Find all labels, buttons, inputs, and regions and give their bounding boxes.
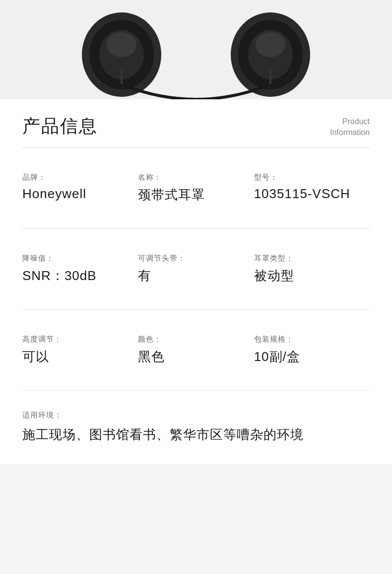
color-label: 颜色：	[138, 335, 254, 344]
product-image-section	[0, 0, 392, 99]
model-value: 1035115-VSCH	[254, 186, 370, 202]
section-title-chinese: 产品信息	[22, 114, 98, 139]
package-value: 10副/盒	[254, 348, 370, 365]
headband-cell: 可调节头带： 有	[138, 254, 254, 285]
info-group-2: 降噪值： SNR：30dB 可调节头带： 有 耳罩类型： 被动型	[22, 244, 370, 304]
earmuff-type-label: 耳罩类型：	[254, 254, 370, 263]
package-cell: 包装规格： 10副/盒	[254, 335, 370, 365]
name-label: 名称：	[138, 173, 254, 182]
info-group-3: 高度调节： 可以 颜色： 黑色 包装规格： 10副/盒	[22, 325, 370, 385]
model-cell: 型号： 1035115-VSCH	[254, 173, 370, 202]
name-cell: 名称： 颈带式耳罩	[138, 173, 254, 204]
name-value: 颈带式耳罩	[138, 186, 254, 204]
product-info-section: 产品信息 Product Information 品牌： Honeywell 名…	[0, 99, 392, 464]
brand-label: 品牌：	[22, 173, 138, 182]
svg-point-9	[256, 32, 285, 57]
info-row-2: 降噪值： SNR：30dB 可调节头带： 有 耳罩类型： 被动型	[22, 254, 370, 285]
row1-divider	[22, 228, 370, 229]
height-label: 高度调节：	[22, 335, 138, 344]
headband-value: 有	[138, 267, 254, 285]
brand-value: Honeywell	[22, 186, 138, 202]
row3-divider	[22, 390, 370, 391]
package-label: 包装规格：	[254, 335, 370, 344]
environment-label: 适用环境：	[22, 411, 370, 420]
height-cell: 高度调节： 可以	[22, 335, 138, 365]
environment-section: 适用环境： 施工现场、图书馆看书、繁华市区等嘈杂的环境	[22, 406, 370, 444]
section-title-row: 产品信息 Product Information	[22, 114, 370, 139]
row2-divider	[22, 309, 370, 310]
color-value: 黑色	[138, 348, 254, 365]
earmuff-type-cell: 耳罩类型： 被动型	[254, 254, 370, 285]
model-label: 型号：	[254, 173, 370, 182]
earmuff-type-value: 被动型	[254, 267, 370, 285]
title-divider	[22, 147, 370, 148]
snr-label: 降噪值：	[22, 254, 138, 263]
info-row-3: 高度调节： 可以 颜色： 黑色 包装规格： 10副/盒	[22, 335, 370, 365]
environment-value: 施工现场、图书馆看书、繁华市区等嘈杂的环境	[22, 425, 370, 444]
color-cell: 颜色： 黑色	[138, 335, 254, 365]
svg-point-8	[107, 32, 136, 57]
snr-value: SNR：30dB	[22, 267, 138, 285]
snr-cell: 降噪值： SNR：30dB	[22, 254, 138, 285]
brand-cell: 品牌： Honeywell	[22, 173, 138, 202]
height-value: 可以	[22, 348, 138, 365]
info-row-1: 品牌： Honeywell 名称： 颈带式耳罩 型号： 1035115-VSCH	[22, 173, 370, 204]
product-image	[67, 0, 325, 99]
info-group-1: 品牌： Honeywell 名称： 颈带式耳罩 型号： 1035115-VSCH	[22, 163, 370, 223]
headband-label: 可调节头带：	[138, 254, 254, 263]
section-title-english: Product Information	[330, 116, 370, 139]
